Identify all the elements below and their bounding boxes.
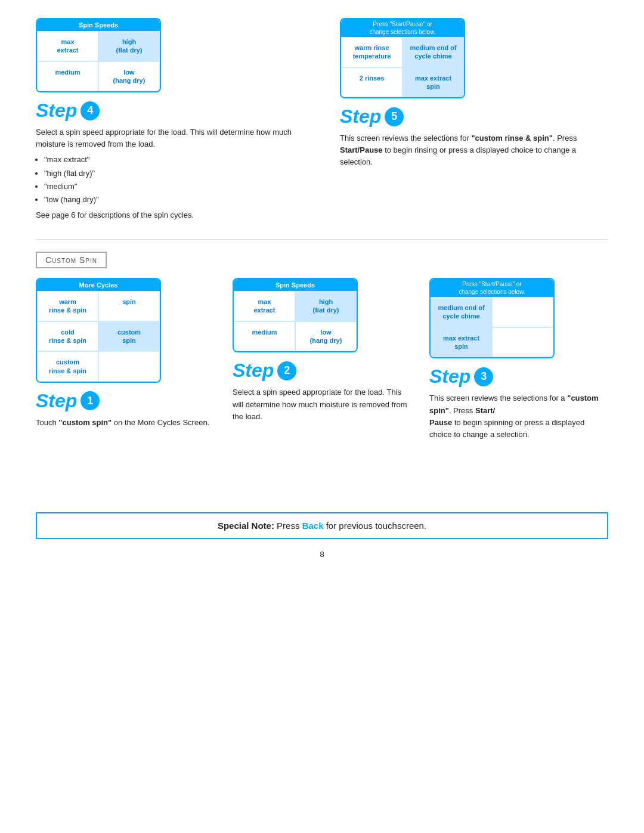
step2-cell-2: high(flat dry) [295, 291, 357, 321]
step2-col: Spin Speeds maxextract high(flat dry) me… [233, 278, 411, 441]
special-note-container: Special Note: Press Back for previous to… [36, 512, 608, 539]
step3-widget-subheader: Press "Start/Pause" or change selections… [431, 279, 553, 297]
step2-label: Step [233, 360, 274, 382]
step5-cell-4: max extractspin [402, 67, 464, 98]
step1-col: More Cycles warmrinse & spin spin coldri… [36, 278, 215, 441]
step5-bold-custom: "custom rinse & spin" [471, 134, 553, 143]
bullet-max-extract: "max extract" [44, 154, 304, 166]
special-note-press: Press [277, 521, 302, 531]
step1-description: Touch "custom spin" on the More Cycles S… [36, 417, 215, 429]
bottom-section: More Cycles warmrinse & spin spin coldri… [36, 278, 608, 441]
step1-cell-warm: warmrinse & spin [37, 291, 98, 321]
step5-label: Step [340, 106, 381, 128]
step3-widget: Press "Start/Pause" or change selections… [429, 278, 555, 358]
step5-bold-start: Start/Pause [340, 145, 383, 154]
step2-cell-1: maxextract [234, 291, 295, 321]
step3-col: Press "Start/Pause" or change selections… [429, 278, 608, 441]
step1-label: Step [36, 390, 77, 412]
step3-label: Step [429, 366, 470, 388]
step1-number: 1 [80, 391, 100, 410]
step5-widget-grid: warm rinsetemperature medium end ofcycle… [341, 37, 464, 97]
step2-cell-3: medium [234, 321, 295, 352]
step3-subheader-line2: change selections below. [459, 289, 525, 295]
top-section: Spin Speeds maxextract high(flat dry) me… [36, 18, 608, 221]
page-number: 8 [36, 550, 608, 559]
step4-heading: Step 4 [36, 100, 304, 122]
step2-heading: Step 2 [233, 360, 411, 382]
step4-widget-grid: maxextract high(flat dry) medium low(han… [37, 31, 160, 91]
step5-number: 5 [385, 107, 404, 126]
step1-heading: Step 1 [36, 390, 215, 412]
step2-cell-4: low(hang dry) [295, 321, 357, 352]
step4-label: Step [36, 100, 77, 122]
step4-cell-1: maxextract [37, 31, 98, 61]
step3-cell-1: medium end ofcycle chime [431, 297, 492, 327]
step3-cell-3: max extractspin [431, 327, 492, 358]
step5-subheader-line1: Press "Start/Pause" or [373, 21, 432, 27]
step1-widget-grid: warmrinse & spin spin coldrinse & spin c… [37, 291, 160, 382]
step5-subheader-line2: change selections below. [369, 29, 435, 35]
step5-cell-3: 2 rinses [341, 67, 402, 98]
step5-heading: Step 5 [340, 106, 608, 128]
step4-bullets: "max extract" "high (flat dry)" "medium"… [36, 154, 304, 206]
step4-col: Spin Speeds maxextract high(flat dry) me… [36, 18, 304, 221]
step4-cell-2: high(flat dry) [98, 31, 160, 61]
step4-desc-text: Select a spin speed appropriate for the … [36, 128, 292, 148]
step2-widget-header: Spin Speeds [234, 279, 357, 291]
step4-number: 4 [80, 101, 100, 120]
bullet-medium: "medium" [44, 181, 304, 193]
step5-cell-1: warm rinsetemperature [341, 37, 402, 67]
step4-note: See page 6 for descriptions of the spin … [36, 210, 194, 219]
bullet-low-hang: "low (hang dry)" [44, 194, 304, 206]
step3-heading: Step 3 [429, 366, 608, 388]
step1-cell-custom-spin: customspin [98, 321, 160, 352]
step1-cell-empty [98, 351, 160, 382]
step1-cell-spin: spin [98, 291, 160, 321]
step3-subheader-line1: Press "Start/Pause" or [462, 281, 521, 287]
special-note-suffix: for previous touchscreen. [326, 521, 426, 531]
special-note-back: Back [302, 521, 324, 531]
step1-cell-custom-rinse: customrinse & spin [37, 351, 98, 382]
step2-widget-grid: maxextract high(flat dry) medium low(han… [234, 291, 357, 351]
step3-bold-custom: "custom spin" [429, 394, 599, 414]
step4-widget-header: Spin Speeds [37, 19, 160, 31]
step3-cell-4 [492, 327, 553, 358]
step2-widget: Spin Speeds maxextract high(flat dry) me… [233, 278, 358, 352]
step3-cell-2 [492, 297, 553, 327]
step3-description: This screen reviews the selections for a… [429, 392, 608, 441]
step2-description: Select a spin speed appropriate for the … [233, 386, 411, 422]
step5-description: This screen reviews the selections for "… [340, 132, 608, 168]
bullet-high-flat: "high (flat dry)" [44, 168, 304, 179]
step1-widget: More Cycles warmrinse & spin spin coldri… [36, 278, 161, 383]
step1-cell-cold: coldrinse & spin [37, 321, 98, 352]
custom-spin-title: Custom Spin [36, 252, 107, 268]
step5-col: Press "Start/Pause" or change selections… [340, 18, 608, 221]
step3-number: 3 [474, 367, 493, 386]
step2-number: 2 [277, 361, 296, 380]
special-note: Special Note: Press Back for previous to… [36, 512, 608, 539]
step5-widget-subheader: Press "Start/Pause" or change selections… [341, 19, 464, 37]
step5-widget: Press "Start/Pause" or change selections… [340, 18, 465, 98]
step4-cell-3: medium [37, 61, 98, 92]
step4-cell-4: low(hang dry) [98, 61, 160, 92]
step1-widget-header: More Cycles [37, 279, 160, 291]
section-divider [36, 239, 608, 240]
step4-description: Select a spin speed appropriate for the … [36, 126, 304, 221]
step4-widget: Spin Speeds maxextract high(flat dry) me… [36, 18, 161, 92]
step5-cell-2: medium end ofcycle chime [402, 37, 464, 67]
step3-widget-grid: medium end ofcycle chime max extractspin [431, 297, 553, 357]
special-note-label: Special Note: [218, 521, 274, 531]
step1-bold: "custom spin" [58, 418, 112, 427]
